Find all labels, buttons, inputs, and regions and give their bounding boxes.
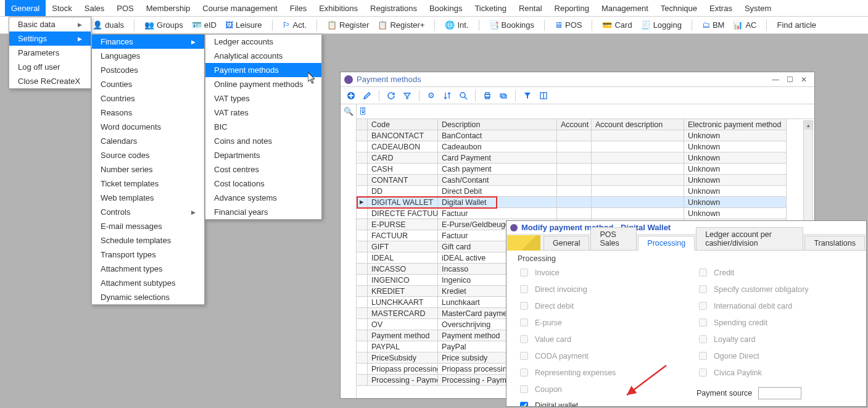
menu-item-departments[interactable]: Departments [205, 148, 321, 162]
menu-management[interactable]: Management [595, 0, 655, 16]
checkbox-value-card[interactable]: Value card [518, 333, 690, 345]
tab-pos-sales[interactable]: POS Sales [590, 227, 637, 250]
sort-icon[interactable] [440, 89, 454, 102]
menu-item-source-codes[interactable]: Source codes [92, 148, 204, 162]
menu-item-transport-types[interactable]: Transport types [92, 248, 204, 262]
menu-item-postcodes[interactable]: Postcodes [92, 63, 204, 77]
checkbox-credit[interactable]: Credit [696, 267, 809, 278]
toolbar-ac[interactable]: 📊AC [730, 20, 759, 30]
checkbox-representing-expenses[interactable]: Representing expenses [518, 367, 690, 378]
table-row[interactable]: ▸DIGITAL WALLETDigital WalletUnknown [357, 197, 814, 208]
toolbar-register[interactable]: 📋Register [324, 20, 371, 30]
column-header-description[interactable]: Description [438, 119, 557, 130]
refresh-icon[interactable] [384, 89, 398, 102]
tab-processing[interactable]: Processing [638, 236, 695, 251]
toolbar-register-[interactable]: 📋Register+ [375, 20, 427, 30]
checkbox-specify-customer-obligatory[interactable]: Specify customer obligatory [696, 283, 809, 295]
toolbar-act-[interactable]: 🏳Act. [280, 20, 309, 30]
payment-source-field[interactable] [758, 387, 801, 399]
tab-ledger-account-per-cashier-division[interactable]: Ledger account per cashier/division [696, 227, 803, 250]
menu-files[interactable]: Files [284, 0, 313, 16]
toolbar-pos[interactable]: 🖥POS [552, 20, 584, 30]
column-header-code[interactable]: Code [368, 119, 438, 130]
column-header-electronic-payment-method[interactable]: Electronic payment method [684, 119, 787, 130]
filter-icon[interactable] [400, 89, 414, 102]
menu-item-cost-locations[interactable]: Cost locations [205, 177, 321, 191]
table-row[interactable]: DDDirect DebitUnknown [357, 186, 814, 197]
print-icon[interactable] [481, 89, 494, 102]
menu-item-log-off-user[interactable]: Log off user [9, 60, 91, 74]
table-row[interactable]: DIRECTE FACTUURFactuurUnknown [357, 208, 814, 219]
menu-item-settings[interactable]: Settings▶ [9, 31, 91, 46]
table-row[interactable]: CONTANTCash/ContantUnknown [357, 175, 814, 186]
find-article-label[interactable]: Find article [777, 20, 816, 30]
menu-item-advance-systems[interactable]: Advance systems [205, 191, 321, 205]
menu-rental[interactable]: Rental [513, 0, 548, 16]
search-icon[interactable] [457, 89, 470, 102]
maximize-button[interactable]: ☐ [783, 75, 797, 84]
column-header-account[interactable]: Account [557, 119, 592, 130]
menu-course-management[interactable]: Course management [196, 0, 283, 16]
checkbox-loyalty-card[interactable]: Loyalty card [696, 333, 809, 345]
menu-item-word-documents[interactable]: Word documents [92, 120, 204, 134]
add-icon[interactable] [344, 89, 358, 102]
menu-item-e-mail-messages[interactable]: E-mail messages [92, 219, 204, 233]
toolbar-bm[interactable]: 🗂BM [700, 20, 727, 30]
column-header-selector[interactable] [357, 119, 368, 130]
toolbar-leisure[interactable]: 🖼Leisure [223, 20, 265, 30]
menu-item-counties[interactable]: Counties [92, 77, 204, 91]
checkbox-coda-payment[interactable]: CODA payment [518, 350, 690, 362]
menu-registrations[interactable]: Registrations [364, 0, 423, 16]
menu-item-reasons[interactable]: Reasons [92, 106, 204, 120]
toolbar-logging[interactable]: 🧾Logging [639, 20, 684, 30]
table-row[interactable]: CASHCash paymentUnknown [357, 164, 814, 175]
menu-reporting[interactable]: Reporting [548, 0, 595, 16]
menu-item-number-series[interactable]: Number series [92, 162, 204, 177]
menu-item-schedule-templates[interactable]: Schedule templates [92, 233, 204, 248]
table-row[interactable]: BANCONTACTBanContactUnknown [357, 130, 814, 141]
toolbar-individuals[interactable]: 👤duals [90, 20, 126, 30]
menu-item-vat-rates[interactable]: VAT rates [205, 106, 321, 120]
menu-item-languages[interactable]: Languages [92, 49, 204, 63]
menu-item-ticket-templates[interactable]: Ticket templates [92, 177, 204, 191]
menu-item-analytical-accounts[interactable]: Analytical accounts [205, 49, 321, 63]
checkbox-invoice[interactable]: Invoice [518, 267, 690, 278]
checkbox-coupon[interactable]: Coupon [518, 383, 690, 395]
menu-stock[interactable]: Stock [46, 0, 78, 16]
columns-icon[interactable] [537, 89, 550, 102]
menu-bookings[interactable]: Bookings [423, 0, 468, 16]
menu-membership[interactable]: Membership [140, 0, 197, 16]
menu-technique[interactable]: Technique [655, 0, 703, 16]
tab-translations[interactable]: Translations [804, 236, 865, 250]
checkbox-ogone-direct[interactable]: Ogone Direct [696, 350, 809, 362]
checkbox-direct-debit[interactable]: Direct debit [518, 300, 690, 312]
checkbox-international-debit-card[interactable]: International debit card [696, 300, 809, 312]
menu-extras[interactable]: Extras [703, 0, 738, 16]
close-button[interactable]: ✕ [797, 75, 811, 84]
menu-item-basic-data[interactable]: Basic data▶ [9, 17, 91, 31]
table-row[interactable]: CARDCard PaymentUnknown [357, 152, 814, 164]
column-header-account-description[interactable]: Account description [592, 119, 684, 130]
toolbar-int-[interactable]: 🌐Int. [442, 20, 471, 30]
menu-item-calendars[interactable]: Calendars [92, 134, 204, 148]
menu-item-close-recreatex[interactable]: Close ReCreateX [9, 74, 91, 88]
checkbox-e-purse[interactable]: E-purse [518, 317, 690, 328]
menu-item-online-payment-methods[interactable]: Online payment methods [205, 77, 321, 91]
menu-item-attachment-types[interactable]: Attachment types [92, 262, 204, 276]
edit-icon[interactable] [360, 89, 374, 102]
menu-item-financial-years[interactable]: Financial years [205, 205, 321, 219]
menu-item-attachment-subtypes[interactable]: Attachment subtypes [92, 276, 204, 290]
toolbar-bookings[interactable]: 📑Bookings [487, 20, 537, 30]
menu-general[interactable]: General [5, 0, 46, 16]
menu-item-bic[interactable]: BIC [205, 120, 321, 134]
menu-pos[interactable]: POS [110, 0, 139, 16]
gear-icon[interactable]: ⚙ [424, 89, 438, 102]
toolbar-card[interactable]: 💳Card [600, 20, 634, 30]
menu-item-vat-types[interactable]: VAT types [205, 91, 321, 106]
menu-item-finances[interactable]: Finances▶ [92, 35, 204, 49]
funnel-icon[interactable] [521, 89, 534, 102]
checkbox-direct-invoicing[interactable]: Direct invoicing [518, 283, 690, 295]
menu-item-parameters[interactable]: Parameters [9, 46, 91, 60]
menu-item-ledger-accounts[interactable]: Ledger accounts [205, 35, 321, 49]
checkbox-spending-credit[interactable]: Spending credit [696, 317, 809, 328]
